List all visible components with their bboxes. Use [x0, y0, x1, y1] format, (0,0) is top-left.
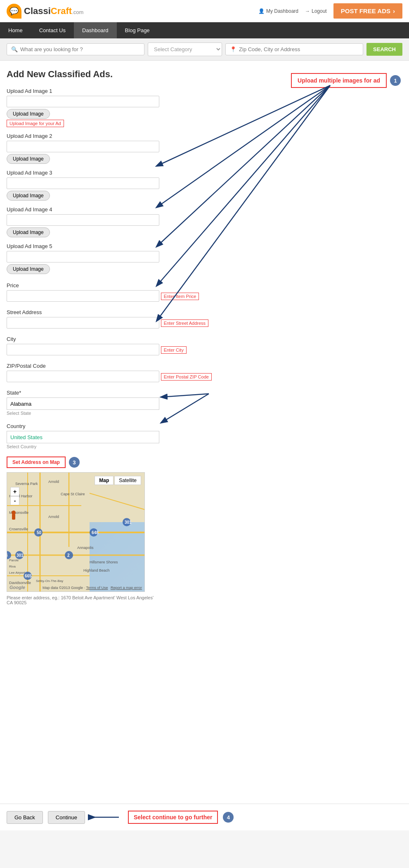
map-zoom-in[interactable]: +	[10, 487, 19, 496]
svg-text:Hillsmere Shores: Hillsmere Shores	[90, 560, 118, 564]
upload-image-2-section: Upload Ad Image 2 Upload Image	[7, 133, 402, 164]
svg-point-51	[12, 511, 16, 515]
address-hint: Please enter address, eg.: 1670 Beloit A…	[7, 595, 159, 605]
svg-text:Lee Airport: Lee Airport	[9, 571, 25, 575]
map-container[interactable]: 50 2 648 301 4 665 301 Severna Park Hera…	[7, 472, 145, 592]
upload-image-2-input[interactable]	[7, 141, 159, 152]
country-hint: Select Country	[7, 444, 402, 449]
logo-com: .com	[72, 9, 83, 15]
logo-classi: Classi	[24, 6, 51, 16]
map-google-logo: Google	[9, 585, 25, 590]
upload-image-4-button[interactable]: Upload Image	[7, 227, 50, 237]
badge-3: 3	[69, 457, 80, 468]
logout-link[interactable]: → Logout	[305, 8, 327, 14]
svg-rect-9	[81, 514, 145, 592]
top-bar: 💬 ClassiCraft.com 👤 My Dashboard → Logou…	[0, 0, 409, 22]
category-select[interactable]: Select Category	[148, 43, 222, 56]
upload-image-3-section: Upload Ad Image 3 Upload Image	[7, 170, 402, 201]
city-field-group: City Enter City	[7, 336, 402, 355]
svg-text:Crownsville: Crownsville	[9, 527, 28, 531]
svg-text:Arnold: Arnold	[48, 515, 59, 519]
svg-text:Annapolis: Annapolis	[77, 546, 94, 550]
upload-image-2-button[interactable]: Upload Image	[7, 154, 50, 164]
svg-rect-50	[12, 514, 15, 520]
state-field-group: State* Alabama Alaska Arizona California…	[7, 390, 402, 416]
upload-image-1-button[interactable]: Upload Image	[7, 109, 50, 119]
search-icon: 🔍	[11, 46, 18, 52]
annotation-upload-multiple: Upload multiple images for ad 1	[291, 73, 401, 88]
price-input[interactable]	[7, 290, 159, 302]
zip-label: ZIP/Postal Code	[7, 363, 402, 369]
state-select[interactable]: Alabama Alaska Arizona California Colora…	[7, 397, 159, 410]
search-what-input[interactable]	[20, 46, 140, 52]
street-address-error: Enter Street Address	[161, 319, 209, 327]
zip-input[interactable]	[7, 371, 159, 382]
svg-text:50: 50	[37, 530, 42, 535]
search-bar: 🔍 Select Category 📍 SEARCH	[0, 38, 409, 61]
price-error: Enter Item Price	[161, 293, 199, 300]
nav-dashboard[interactable]: Dashboard	[74, 22, 117, 38]
continue-arrow-svg	[90, 811, 123, 823]
logo-text: ClassiCraft.com	[24, 6, 83, 17]
nav-home[interactable]: Home	[0, 22, 31, 38]
state-label: State*	[7, 390, 402, 396]
upload-image-2-label: Upload Ad Image 2	[7, 133, 402, 139]
logo: 💬 ClassiCraft.com	[7, 4, 83, 19]
continue-button[interactable]: Continue	[48, 811, 85, 824]
svg-text:Highland Beach: Highland Beach	[83, 568, 110, 572]
logo-craft: Craft	[51, 6, 72, 16]
upload-image-5-label: Upload Ad Image 5	[7, 243, 402, 249]
upload-image-4-input[interactable]	[7, 214, 159, 226]
upload-image-3-input[interactable]	[7, 177, 159, 189]
price-field-group: Price Enter Item Price	[7, 282, 402, 302]
country-select-wrap: United States Canada United Kingdom Aust…	[7, 431, 159, 443]
state-select-wrap: Alabama Alaska Arizona California Colora…	[7, 397, 159, 410]
street-address-input[interactable]	[7, 317, 159, 329]
nav-bar: Home Contact Us Dashboard Blog Page	[0, 22, 409, 38]
terms-link[interactable]: Terms of Use	[86, 586, 108, 590]
badge-4: 4	[223, 812, 234, 823]
svg-text:665: 665	[25, 574, 32, 578]
upload-image-1-section: Upload Ad Image 1 Upload Image Upload Im…	[7, 88, 402, 127]
map-bg: 50 2 648 301 4 665 301 Severna Park Hera…	[7, 473, 144, 591]
set-address-button[interactable]: Set Address on Map	[7, 456, 66, 468]
main-content: Add New Classified Ads. Upload multiple …	[0, 61, 409, 804]
svg-text:Riva: Riva	[9, 565, 16, 568]
upload-multiple-callout: Upload multiple images for ad	[291, 73, 387, 88]
svg-text:648: 648	[92, 530, 99, 535]
go-back-button[interactable]: Go Back	[7, 811, 43, 824]
upload-image-5-section: Upload Ad Image 5 Upload Image	[7, 243, 402, 274]
top-right-links: 👤 My Dashboard → Logout POST FREE ADS ›	[258, 3, 402, 19]
upload-image-3-button[interactable]: Upload Image	[7, 191, 50, 201]
my-dashboard-link[interactable]: 👤 My Dashboard	[258, 8, 298, 14]
svg-text:301: 301	[125, 520, 132, 525]
state-hint: Select State	[7, 411, 402, 416]
search-button[interactable]: SEARCH	[366, 43, 402, 56]
city-label: City	[7, 336, 402, 342]
zip-error: Enter Postal ZIP Code	[161, 373, 212, 381]
continue-callout: Select continue to go further	[128, 811, 218, 824]
nav-blog-page[interactable]: Blog Page	[117, 22, 158, 38]
map-footer: Map data ©2013 Google · Terms of Use Rep…	[43, 586, 142, 590]
svg-text:Parole: Parole	[9, 558, 19, 562]
post-free-ads-button[interactable]: POST FREE ADS ›	[333, 3, 402, 19]
map-zoom-out[interactable]: -	[10, 496, 19, 505]
country-select[interactable]: United States Canada United Kingdom Aust…	[7, 431, 159, 443]
upload-image-5-input[interactable]	[7, 251, 159, 263]
map-tab-satellite[interactable]: Satellite	[114, 476, 141, 485]
svg-line-8	[161, 394, 209, 423]
svg-text:301: 301	[17, 553, 24, 558]
report-link[interactable]: Report a map error	[111, 586, 142, 590]
city-input[interactable]	[7, 344, 159, 355]
country-field-group: Country United States Canada United King…	[7, 423, 402, 449]
map-tab-map[interactable]: Map	[95, 476, 113, 485]
map-zoom-controls: + -	[10, 487, 19, 505]
nav-contact-us[interactable]: Contact Us	[31, 22, 74, 38]
google-text: Google	[9, 585, 25, 590]
map-svg: 50 2 648 301 4 665 301 Severna Park Hera…	[7, 473, 145, 592]
location-input[interactable]	[239, 46, 359, 52]
svg-text:Arnold: Arnold	[48, 480, 59, 484]
search-what-wrap: 🔍	[7, 43, 144, 55]
upload-image-1-input[interactable]	[7, 96, 159, 107]
upload-image-5-button[interactable]: Upload Image	[7, 264, 50, 274]
